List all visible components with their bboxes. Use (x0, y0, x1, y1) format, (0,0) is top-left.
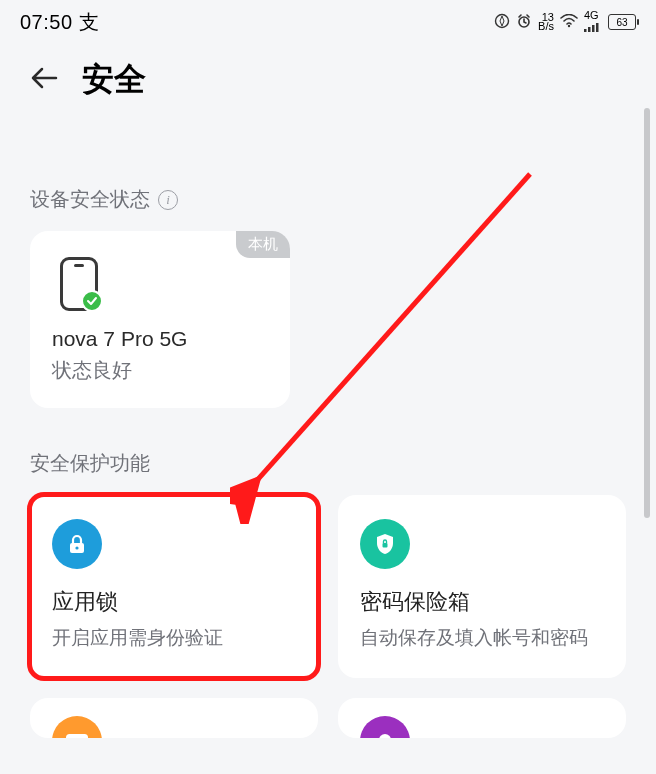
svg-rect-4 (588, 27, 591, 32)
alarm-icon (516, 13, 532, 32)
page-title: 安全 (82, 58, 146, 102)
device-section-label: 设备安全状态 i (30, 186, 626, 213)
cell-signal: 4G (584, 11, 602, 34)
local-badge: 本机 (236, 231, 290, 258)
protect-section-label: 安全保护功能 (30, 450, 626, 477)
partial-card-right[interactable] (338, 698, 626, 738)
device-status: 状态良好 (52, 357, 268, 384)
svg-rect-9 (383, 543, 388, 548)
vpn-icon (494, 13, 510, 32)
app-lock-card[interactable]: 应用锁 开启应用需身份验证 (30, 495, 318, 678)
partial-card-left[interactable] (30, 698, 318, 738)
device-card[interactable]: 本机 nova 7 Pro 5G 状态良好 (30, 231, 290, 408)
check-icon (81, 290, 103, 312)
scroll-bar[interactable] (644, 108, 650, 518)
status-bar: 07:50 支 13B/s 4G 63 (0, 0, 656, 40)
header: 安全 (0, 40, 656, 126)
password-vault-card[interactable]: 密码保险箱 自动保存及填入帐号和密码 (338, 495, 626, 678)
orange-icon (52, 716, 102, 738)
phone-icon (60, 257, 98, 311)
card-desc: 开启应用需身份验证 (52, 625, 296, 652)
vault-icon (360, 519, 410, 569)
battery-icon: 63 (608, 14, 636, 30)
alipay-icon: 支 (79, 9, 100, 36)
card-title: 应用锁 (52, 587, 296, 617)
svg-point-8 (75, 546, 78, 549)
device-name: nova 7 Pro 5G (52, 327, 268, 351)
wifi-icon (560, 14, 578, 31)
back-arrow-icon[interactable] (30, 65, 58, 95)
svg-rect-3 (584, 29, 587, 32)
card-desc: 自动保存及填入帐号和密码 (360, 625, 604, 652)
svg-rect-6 (596, 23, 599, 32)
data-speed: 13B/s (538, 13, 554, 31)
card-title: 密码保险箱 (360, 587, 604, 617)
svg-point-2 (568, 24, 570, 26)
status-time: 07:50 (20, 11, 73, 34)
svg-rect-10 (66, 734, 88, 738)
svg-rect-5 (592, 25, 595, 32)
lock-icon (52, 519, 102, 569)
svg-point-11 (379, 734, 391, 738)
info-icon[interactable]: i (158, 190, 178, 210)
status-right: 13B/s 4G 63 (494, 11, 636, 34)
purple-icon (360, 716, 410, 738)
